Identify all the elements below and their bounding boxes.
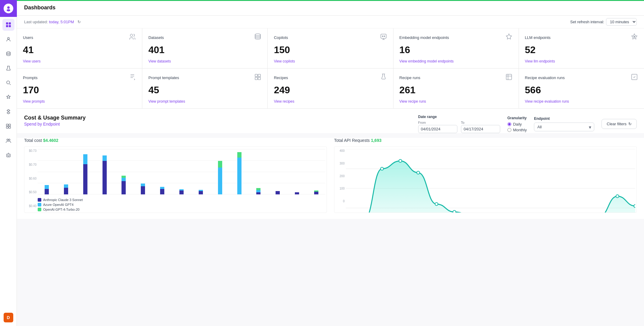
sidebar-item-experiments[interactable]: [2, 62, 14, 74]
svg-rect-9: [6, 124, 8, 126]
svg-point-13: [7, 139, 8, 141]
page-title: Dashboards: [24, 5, 55, 11]
embedding-icon: [505, 33, 513, 42]
to-date-group: To: [461, 121, 500, 133]
to-date-input[interactable]: [461, 125, 500, 133]
stat-link-users[interactable]: View users: [23, 59, 136, 63]
stat-value-prompt-templates: 45: [148, 85, 261, 96]
bar-segment: [122, 181, 126, 194]
bar-segment: [103, 155, 107, 161]
stat-value-recipe-runs: 261: [399, 85, 513, 96]
sidebar-item-team[interactable]: [2, 135, 14, 147]
stat-value-recipes: 249: [274, 85, 387, 96]
prompt-templates-icon: [254, 73, 261, 82]
granularity-daily-label: Daily: [513, 122, 522, 126]
legend-dot-claude: [38, 198, 41, 202]
stat-label-recipes: Recipes: [274, 75, 288, 80]
bar-segment: [276, 191, 280, 194]
bar-segment: [256, 190, 260, 192]
granularity-daily-radio[interactable]: [507, 122, 511, 126]
topbar: Dashboards: [17, 0, 644, 16]
cost-chart-panel: Total cost $4.4602 $0.73 $0.70 $0.60 $0.…: [24, 138, 327, 213]
bar-segment: [237, 152, 242, 158]
sidebar: D: [0, 0, 17, 326]
stat-link-recipes[interactable]: View recipes: [274, 99, 387, 104]
cost-subtitle: Spend by Endpoint: [24, 122, 86, 126]
svg-point-40: [435, 203, 438, 206]
sidebar-item-search[interactable]: [2, 77, 14, 89]
bar-segment: [160, 187, 164, 189]
bar-segment: [64, 184, 68, 188]
sidebar-item-datasets[interactable]: [2, 48, 14, 60]
stat-link-prompt-templates[interactable]: View prompt templates: [148, 99, 261, 104]
cost-chart-container: $0.73 $0.70 $0.60 $0.50 $0.40: [24, 146, 327, 213]
sidebar-item-dashboard[interactable]: [2, 19, 14, 31]
granularity-group: Granularity Daily Monthly: [507, 116, 527, 132]
svg-point-21: [382, 36, 383, 37]
timestamp: today, 5:01PM: [49, 20, 74, 24]
content-area: Last updated: today, 5:01PM ↻ Set refres…: [17, 16, 644, 326]
svg-point-22: [384, 36, 385, 37]
date-range-label: Date range: [418, 115, 500, 119]
date-range-group: Date range From To: [418, 115, 500, 133]
svg-point-51: [634, 205, 635, 208]
legend-dot-gpt4: [38, 203, 41, 206]
endpoint-select[interactable]: All Anthropic Claude 3 Sonnet Azure Open…: [534, 123, 594, 131]
bar-group-9: [211, 161, 229, 194]
sidebar-item-bot[interactable]: [2, 149, 14, 161]
svg-rect-3: [9, 22, 11, 24]
topbar-wrapper: Dashboards: [17, 0, 644, 16]
refresh-select[interactable]: 10 minutes 30 minutes 1 hour Manual: [606, 18, 637, 26]
stat-link-prompts[interactable]: View prompts: [23, 99, 136, 104]
granularity-label: Granularity: [507, 116, 527, 120]
sidebar-item-users[interactable]: [2, 33, 14, 45]
svg-rect-26: [255, 77, 257, 80]
stat-link-llm[interactable]: View llm endpoints: [525, 59, 638, 63]
sidebar-item-workflows[interactable]: [2, 106, 14, 118]
stat-link-embedding[interactable]: View embedding model endpoints: [399, 59, 513, 63]
from-date-input[interactable]: [418, 125, 457, 133]
svg-rect-28: [506, 74, 512, 80]
clear-filters-button[interactable]: Clear filters ↻: [601, 119, 637, 129]
bar-group-5: [134, 184, 152, 194]
svg-point-19: [255, 34, 260, 36]
stat-link-recipe-runs[interactable]: View recipe runs: [399, 99, 513, 104]
stats-row-1: Users 41 View users Datasets: [17, 28, 644, 69]
to-label: To: [461, 121, 500, 124]
bar-group-14: [307, 190, 325, 194]
stat-link-recipe-eval[interactable]: View recipe evaluation runs: [525, 99, 638, 104]
bar-group-11: [249, 188, 267, 194]
svg-rect-27: [258, 77, 260, 80]
granularity-daily[interactable]: Daily: [507, 122, 527, 126]
accent-bar: [17, 0, 644, 1]
avatar[interactable]: D: [4, 313, 13, 322]
bar-group-10: [230, 152, 248, 194]
stat-label-prompts: Prompts: [23, 75, 37, 80]
sidebar-item-analytics[interactable]: [2, 120, 14, 132]
sidebar-item-plugins[interactable]: [2, 91, 14, 103]
stat-link-copilots[interactable]: View copilots: [274, 59, 387, 63]
bar-segment: [218, 168, 222, 194]
bar-group-4: [115, 176, 133, 194]
stat-card-copilots: Copilots 150 View copilots: [268, 28, 393, 68]
bar-segment: [83, 154, 87, 164]
stat-card-llm: LLM endpoints 52 View llm endpoints: [519, 28, 644, 68]
svg-rect-4: [6, 25, 8, 27]
bar-group-12: [269, 191, 287, 194]
legend-gpt4turbo: OpenAI-GPT-4-Turbo-20: [38, 208, 325, 211]
stat-value-datasets: 401: [148, 44, 261, 56]
bar-segment: [122, 178, 126, 181]
granularity-monthly[interactable]: Monthly: [507, 128, 527, 132]
legend-label-claude: Anthropic Claude 3 Sonnet: [43, 198, 83, 202]
api-chart-container: 400 300 200 100 0: [334, 146, 637, 213]
refresh-icon[interactable]: ↻: [77, 20, 81, 24]
endpoint-wrapper: All Anthropic Claude 3 Sonnet Azure Open…: [534, 123, 594, 131]
granularity-monthly-radio[interactable]: [507, 128, 511, 132]
bar-group-3: [96, 155, 114, 194]
stat-card-recipes: Recipes 249 View recipes: [268, 69, 393, 108]
stat-label-recipe-runs: Recipe runs: [399, 75, 420, 80]
bar-segment: [141, 184, 145, 186]
from-label: From: [418, 121, 457, 124]
svg-point-6: [8, 37, 9, 39]
stat-link-datasets[interactable]: View datasets: [148, 59, 261, 63]
